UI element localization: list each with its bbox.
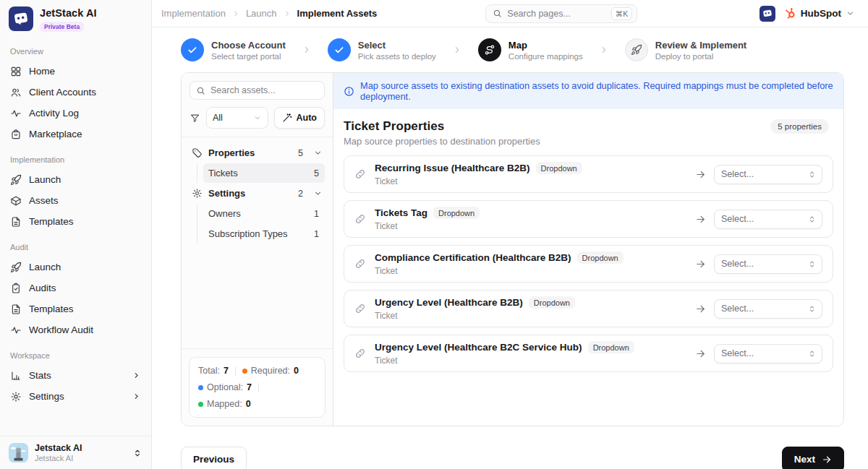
portal-selector[interactable]: HubSpot	[784, 7, 855, 20]
chevron-right-icon	[599, 45, 609, 55]
breadcrumb-launch[interactable]: Launch	[246, 8, 277, 19]
stats-card: Total: 7 Required: 0 Optional: 7	[189, 357, 326, 418]
shortcut-badge: ⌘K	[611, 7, 633, 20]
arrow-right-icon	[695, 348, 706, 359]
home-icon	[10, 66, 22, 77]
chevron-right-icon	[231, 9, 240, 18]
mapping-controls: Select...	[695, 299, 822, 319]
wand-icon	[282, 113, 292, 123]
property-type-badge: Dropdown	[536, 162, 582, 174]
property-object: Ticket	[375, 356, 634, 366]
tree-group-properties[interactable]: Properties 5	[190, 143, 325, 163]
map-main: Map source assets to existing destinatio…	[333, 73, 843, 426]
step-choose-account[interactable]: Choose Account Select target portal	[181, 38, 286, 61]
destination-select[interactable]: Select...	[714, 165, 822, 184]
sidebar-item-client-accounts[interactable]: Client Accounts	[9, 82, 142, 103]
sidebar-item-label: Templates	[29, 304, 74, 314]
sidebar-item-label: Templates	[29, 216, 74, 227]
step-review-implement[interactable]: Review & Implement Deploy to portal	[625, 38, 746, 61]
asset-search[interactable]	[190, 81, 325, 100]
workspace-info: Jetstack AI Jetstack AI	[35, 443, 82, 462]
brand[interactable]: JetStack AI Private Beta	[0, 0, 151, 36]
property-info: Urgency Level (Healthcare B2C Service Hu…	[375, 341, 634, 366]
sidebar-item-workflow-audit[interactable]: Workflow Audit	[9, 319, 142, 340]
filter-type-select[interactable]: All	[206, 107, 268, 129]
auto-map-button[interactable]: Auto	[274, 107, 325, 129]
global-search[interactable]: ⌘K	[485, 4, 637, 23]
gear-icon	[192, 188, 203, 199]
tree-group-count: 5	[298, 148, 303, 158]
tree-item-subscription-types[interactable]: Subscription Types 1	[203, 224, 325, 244]
asset-search-input[interactable]	[210, 85, 318, 95]
optional-dot	[198, 385, 203, 390]
check-icon	[187, 44, 198, 56]
destination-select[interactable]: Select...	[714, 344, 822, 363]
clipboard-check-icon	[10, 283, 22, 294]
bag-icon	[10, 129, 22, 140]
brand-name: JetStack AI	[40, 7, 97, 19]
sidebar-item-activity-log[interactable]: Activity Log	[9, 103, 142, 124]
chart-icon	[10, 370, 22, 382]
info-banner: Map source assets to existing destinatio…	[333, 73, 843, 109]
sidebar-item-stats[interactable]: Stats	[9, 365, 142, 386]
sidebar-item-audit-launch[interactable]: Launch	[9, 257, 142, 277]
step-map[interactable]: Map Configure mappings	[478, 38, 583, 61]
chevron-right-icon	[283, 9, 292, 18]
stat-mapped: Mapped: 0	[198, 399, 251, 409]
link-icon	[354, 258, 366, 270]
sidebar: JetStack AI Private Beta Overview Home C…	[0, 0, 152, 469]
tree-item-tickets[interactable]: Tickets 5	[203, 163, 325, 183]
sidebar-item-label: Home	[29, 66, 55, 77]
asset-tree: Properties 5 Tickets 5 Settings 2	[182, 137, 333, 348]
sidebar-item-label: Client Accounts	[29, 87, 96, 98]
sidebar-item-audits[interactable]: Audits	[9, 277, 142, 298]
sidebar-item-audit-templates[interactable]: Templates	[9, 298, 142, 319]
page-subtitle: Map source properties to destination pro…	[344, 136, 829, 147]
previous-button[interactable]: Previous	[181, 447, 247, 469]
arrow-right-icon	[695, 304, 706, 314]
section-label-implementation: Implementation	[10, 155, 141, 164]
destination-select[interactable]: Select...	[714, 299, 822, 319]
property-type-badge: Dropdown	[433, 207, 480, 219]
jetstack-mini-logo-icon[interactable]	[760, 6, 775, 22]
file-icon	[10, 304, 22, 315]
sidebar-item-marketplace[interactable]: Marketplace	[9, 124, 142, 145]
sidebar-item-label: Settings	[29, 391, 64, 402]
property-object: Ticket	[375, 266, 624, 276]
sidebar-item-launch[interactable]: Launch	[9, 169, 142, 190]
property-name: Tickets Tag	[375, 207, 427, 218]
tree-group-settings[interactable]: Settings 2	[190, 184, 325, 203]
next-button-label: Next	[794, 454, 815, 465]
tree-group-count: 2	[298, 189, 303, 199]
workspace-name: Jetstack AI	[35, 443, 82, 453]
link-icon	[354, 303, 366, 314]
chevrons-up-down-icon	[807, 170, 817, 179]
stat-required: Required: 0	[242, 366, 299, 376]
destination-select[interactable]: Select...	[714, 210, 822, 229]
step-subtitle: Configure mappings	[509, 52, 583, 61]
users-icon	[10, 87, 22, 98]
step-select[interactable]: Select Pick assets to deploy	[328, 38, 436, 61]
sidebar-item-templates[interactable]: Templates	[9, 211, 142, 232]
stat-optional: Optional: 7	[198, 382, 252, 392]
search-input[interactable]	[507, 9, 605, 19]
step-title: Select	[358, 40, 436, 51]
destination-select-value: Select...	[721, 348, 754, 358]
arrow-right-icon	[695, 214, 706, 225]
workspace-switcher[interactable]: Jetstack AI Jetstack AI	[0, 436, 151, 469]
page-title: Ticket Properties	[344, 119, 444, 134]
link-icon	[354, 348, 366, 359]
destination-select[interactable]: Select...	[714, 254, 822, 274]
property-row: Urgency Level (Healthcare B2C Service Hu…	[344, 335, 833, 372]
sidebar-item-assets[interactable]: Assets	[9, 190, 142, 211]
step-circle-done	[328, 38, 351, 61]
chevron-down-icon	[846, 9, 855, 18]
sidebar-item-settings[interactable]: Settings	[9, 386, 142, 407]
tree-item-owners[interactable]: Owners 1	[203, 204, 325, 223]
breadcrumb-implementation[interactable]: Implementation	[161, 8, 226, 19]
next-button[interactable]: Next	[782, 447, 844, 469]
property-object: Ticket	[375, 176, 582, 186]
sidebar-item-home[interactable]: Home	[9, 61, 142, 82]
step-title: Map	[509, 40, 583, 51]
rocket-icon	[10, 174, 22, 186]
